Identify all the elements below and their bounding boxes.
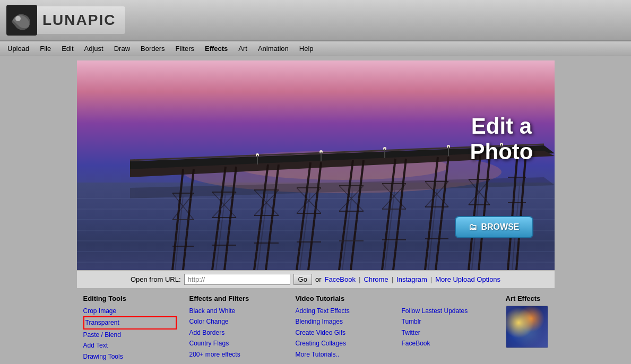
facebook-link[interactable]: FaceBook <box>324 275 356 283</box>
footer-col-tutorials-title: Video Tutorials <box>296 294 389 302</box>
footer-col-social: Follow Lastest Updates Tumblr Twitter Fa… <box>395 294 502 362</box>
crop-link[interactable]: Crop Image <box>83 306 177 316</box>
nav-filters[interactable]: Filters <box>170 41 200 56</box>
url-bar: Open from URL: Go or FaceBook | Chrome |… <box>77 270 555 288</box>
nav-adjust[interactable]: Adjust <box>79 41 109 56</box>
nav-effects[interactable]: Effects <box>200 41 233 56</box>
logo-icon <box>6 5 37 36</box>
pier-svg <box>77 60 555 270</box>
footer-section: Editing Tools Crop Image Transparent Pas… <box>77 288 555 364</box>
nav-edit[interactable]: Edit <box>56 41 79 56</box>
art-thumbnail[interactable] <box>506 306 548 348</box>
navbar: Upload File Edit Adjust Draw Borders Fil… <box>0 41 631 56</box>
url-input[interactable] <box>184 274 290 285</box>
blending-link[interactable]: Blending Images <box>296 316 389 327</box>
chrome-link[interactable]: Chrome <box>364 275 388 283</box>
art-effects: Art Effects <box>502 294 555 362</box>
updates-link[interactable]: Follow Lastest Updates <box>402 306 495 316</box>
main-content: Edit a Photo 🗂 BROWSE Open from URL: Go … <box>0 56 631 364</box>
nav-file[interactable]: File <box>34 41 56 56</box>
browse-button[interactable]: 🗂 BROWSE <box>455 216 533 238</box>
art-effects-title: Art Effects <box>506 294 555 302</box>
logo-container: LUNAPIC <box>6 5 125 36</box>
footer-col-effects: Effects and Filters Black and White Colo… <box>183 294 289 362</box>
nav-help[interactable]: Help <box>294 41 319 56</box>
logo-text: LUNAPIC <box>37 6 125 34</box>
color-change-link[interactable]: Color Change <box>189 316 283 327</box>
paste-link[interactable]: Paste / Blend <box>83 330 177 340</box>
flags-link[interactable]: Country Flags <box>189 338 283 349</box>
nav-animation[interactable]: Animation <box>253 41 294 56</box>
more-effects-link[interactable]: 200+ more effects <box>189 349 283 360</box>
go-button[interactable]: Go <box>293 274 312 285</box>
bw-link[interactable]: Black and White <box>189 306 283 316</box>
hero-image: Edit a Photo 🗂 BROWSE <box>77 60 555 270</box>
tumblr-link[interactable]: Tumblr <box>402 316 495 327</box>
footer-col-editing-title: Editing Tools <box>83 294 177 302</box>
nav-art[interactable]: Art <box>233 41 253 56</box>
footer-col-editing: Editing Tools Crop Image Transparent Pas… <box>77 294 183 362</box>
nav-draw[interactable]: Draw <box>109 41 135 56</box>
header: LUNAPIC <box>0 0 631 41</box>
twitter-link[interactable]: Twitter <box>402 327 495 338</box>
hero-section: Edit a Photo 🗂 BROWSE Open from URL: Go … <box>77 60 555 288</box>
transparent-link[interactable]: Transparent <box>83 316 177 329</box>
drawing-link[interactable]: Drawing Tools <box>83 351 177 362</box>
svg-point-1 <box>15 16 21 21</box>
footer-facebook-link[interactable]: FaceBook <box>402 338 495 349</box>
collages-link[interactable]: Creating Collages <box>296 338 389 349</box>
open-url-label: Open from URL: <box>131 275 181 283</box>
add-text-link[interactable]: Add Text <box>83 340 177 351</box>
footer-col-tutorials: Video Tutorials Adding Text Effects Blen… <box>289 294 395 362</box>
add-borders-link[interactable]: Add Borders <box>189 327 283 338</box>
footer-col-effects-title: Effects and Filters <box>189 294 283 302</box>
instagram-link[interactable]: Instagram <box>396 275 427 283</box>
nav-borders[interactable]: Borders <box>135 41 170 56</box>
more-upload-link[interactable]: More Upload Options <box>435 275 500 283</box>
more-tutorials-link[interactable]: More Tutorials.. <box>296 349 389 360</box>
video-gifs-link[interactable]: Create Video Gifs <box>296 327 389 338</box>
edit-text: Edit a Photo <box>470 114 533 165</box>
text-effects-link[interactable]: Adding Text Effects <box>296 306 389 316</box>
or-text: or <box>315 275 322 283</box>
footer-col-social-title <box>402 294 495 302</box>
nav-upload[interactable]: Upload <box>2 41 34 56</box>
folder-icon: 🗂 <box>469 222 477 232</box>
